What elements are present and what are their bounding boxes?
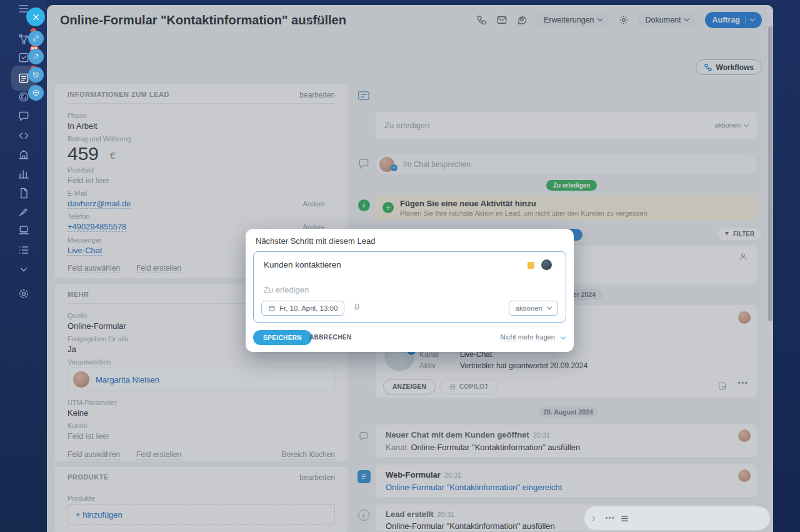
sidebar-item-company[interactable]: [11, 144, 36, 165]
save-button[interactable]: SPEICHERN: [253, 330, 312, 345]
sidebar-item-devices[interactable]: [11, 220, 36, 241]
sidebar-item-analytics[interactable]: [11, 163, 36, 184]
bell-icon[interactable]: [352, 302, 361, 313]
task-description-placeholder: Zu erledigen: [264, 285, 309, 294]
copilot-float-button[interactable]: [28, 85, 44, 101]
datetime-picker[interactable]: Fr, 10. April, 13:00: [261, 301, 344, 316]
cancel-button[interactable]: ABBRECHEN: [309, 334, 352, 341]
close-slider-button[interactable]: [26, 8, 45, 26]
expand-chevron-icon[interactable]: ›: [592, 513, 595, 524]
lead-slider-panel: Online-Formular "Kontaktinformation" aus…: [47, 5, 773, 532]
task-title-input[interactable]: Kunden kontaktieren: [264, 260, 341, 269]
chevron-down-icon[interactable]: [11, 259, 36, 280]
crm-lead-window: 58 Online-Formular "Kontaktinformation" …: [0, 0, 800, 532]
history-button[interactable]: [28, 67, 44, 83]
next-step-modal: Nächster Schritt mit diesem Lead Kunden …: [246, 229, 574, 352]
sidebar-item-code[interactable]: [11, 125, 36, 146]
color-tag-icon[interactable]: [528, 262, 534, 269]
more-dots-icon[interactable]: •••: [605, 514, 615, 523]
open-in-new-button[interactable]: [28, 49, 44, 64]
modal-aktionen-dropdown[interactable]: aktionen: [509, 301, 558, 316]
settings-icon[interactable]: [11, 283, 36, 304]
task-edit-box[interactable]: Kunden kontaktieren Zu erledigen Fr, 10.…: [253, 251, 566, 323]
copy-link-button[interactable]: [28, 31, 44, 46]
sidebar-item-documents[interactable]: [11, 183, 36, 204]
recent-items-bar: › •••: [584, 506, 770, 530]
modal-title: Nächster Schritt mit diesem Lead: [256, 236, 375, 246]
list-menu-icon[interactable]: [620, 514, 629, 523]
sidebar-item-chat[interactable]: [11, 106, 36, 127]
dismiss-link[interactable]: Nicht mehr fragen: [501, 333, 555, 341]
assignee-avatar[interactable]: [541, 259, 552, 270]
sidebar-item-sign[interactable]: [11, 201, 36, 223]
sidebar-item-list[interactable]: [11, 239, 36, 261]
